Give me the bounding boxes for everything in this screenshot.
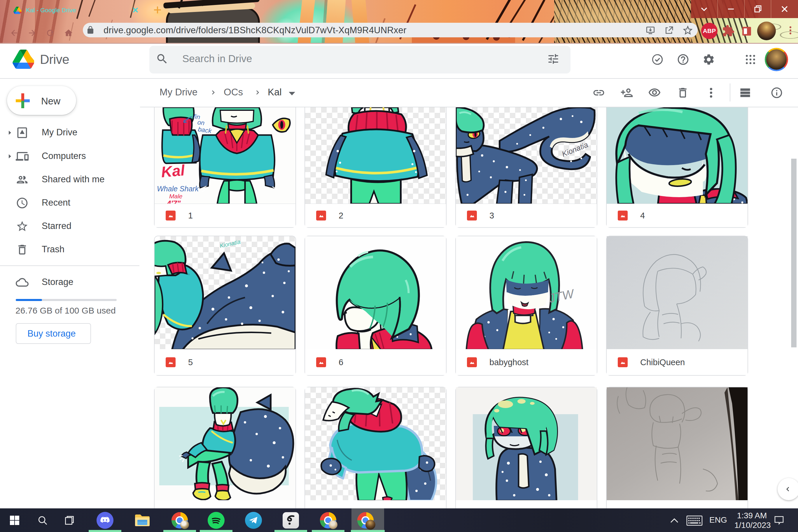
svg-text:Kionatia: Kionatia — [219, 238, 241, 249]
svg-text:4'7": 4'7" — [167, 199, 181, 204]
svg-text:Male: Male — [169, 193, 183, 200]
svg-text:Kal: Kal — [160, 162, 186, 180]
svg-text:on: on — [197, 118, 205, 127]
svg-text:Whale Shark: Whale Shark — [157, 185, 199, 193]
